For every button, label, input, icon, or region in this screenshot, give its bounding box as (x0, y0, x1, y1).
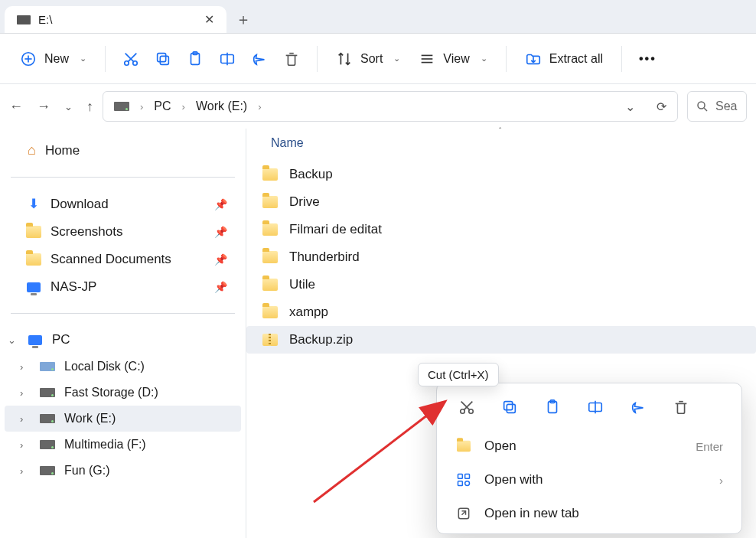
column-label: Name (271, 136, 304, 150)
chevron-right-icon[interactable]: › (20, 387, 31, 399)
ctx-share-button[interactable] (627, 396, 650, 419)
ctx-delete-button[interactable] (670, 396, 692, 419)
scissors-icon (458, 399, 475, 416)
sidebar-item-label: Download (51, 197, 109, 212)
extract-all-button[interactable]: Extract all (516, 44, 612, 73)
breadcrumb-item[interactable]: Work (E:) (196, 99, 247, 113)
new-button[interactable]: New ⌄ (11, 44, 96, 73)
file-row[interactable]: Thunderbird (246, 243, 756, 271)
sidebar-item-local-disk-c[interactable]: › Local Disk (C:) (5, 354, 241, 380)
share-icon (251, 51, 268, 67)
sidebar-item-scanned-documents[interactable]: Scanned Documents 📌 (5, 246, 241, 273)
ellipsis-icon: ••• (639, 52, 657, 66)
chevron-right-icon[interactable]: › (20, 439, 31, 451)
delete-button[interactable] (275, 44, 308, 73)
file-row[interactable]: Drive (246, 188, 756, 216)
drive-icon (40, 440, 55, 449)
back-button[interactable]: ← (9, 99, 23, 115)
separator (317, 46, 318, 72)
plus-circle-icon (20, 51, 37, 67)
sidebar-item-home[interactable]: ⌂ Home (5, 136, 241, 165)
separator (105, 46, 106, 72)
share-button[interactable] (243, 44, 275, 73)
up-button[interactable]: ↑ (86, 99, 93, 115)
folder-icon (262, 168, 279, 181)
new-tab-button[interactable]: ＋ (226, 6, 260, 33)
ctx-rename-button[interactable] (584, 396, 607, 419)
drive-icon (40, 362, 55, 371)
drive-icon (40, 388, 55, 397)
pin-icon: 📌 (214, 198, 227, 210)
chevron-down-icon[interactable]: ⌄ (8, 334, 18, 346)
file-name: Filmari de editat (289, 222, 382, 237)
home-icon: ⌂ (28, 142, 36, 158)
active-tab[interactable]: E:\ ✕ (5, 6, 226, 33)
separator (11, 313, 235, 314)
file-row[interactable]: Utile (246, 271, 756, 298)
sidebar-item-screenshots[interactable]: Screenshots 📌 (5, 218, 241, 246)
file-row[interactable]: Filmari de editat (246, 216, 756, 243)
breadcrumb-item[interactable]: PC (154, 99, 171, 113)
monitor-icon (28, 335, 43, 345)
paste-button[interactable] (179, 44, 211, 73)
sidebar-item-label: Scanned Documents (51, 252, 171, 267)
view-icon (419, 51, 435, 67)
ctx-cut-button[interactable] (455, 396, 478, 419)
sort-button[interactable]: Sort ⌄ (327, 44, 409, 73)
context-menu-toolbar (437, 391, 741, 429)
separator (506, 46, 507, 72)
download-icon: ⬇ (26, 196, 41, 212)
chevron-right-icon: › (182, 101, 185, 112)
view-button[interactable]: View ⌄ (409, 44, 496, 73)
ctx-copy-button[interactable] (498, 396, 521, 419)
column-header-name[interactable]: Name ˆ (246, 129, 756, 161)
search-input[interactable]: Sea (687, 91, 747, 122)
sidebar-item-nas-jp[interactable]: NAS-JP 📌 (5, 273, 241, 301)
ctx-item-open[interactable]: Open Enter (437, 429, 741, 463)
svg-rect-7 (160, 56, 168, 64)
file-row[interactable]: Backup (246, 161, 756, 188)
svg-rect-28 (458, 474, 463, 479)
cut-button[interactable] (115, 44, 147, 73)
refresh-button[interactable]: ⟳ (657, 99, 666, 114)
sidebar-item-download[interactable]: ⬇ Download 📌 (5, 190, 241, 218)
file-row[interactable]: Backup.zip (246, 326, 756, 354)
ctx-item-open-new-tab[interactable]: Open in new tab (437, 497, 741, 530)
file-row[interactable]: xampp (246, 298, 756, 326)
sort-label: Sort (360, 52, 383, 66)
sidebar-item-pc[interactable]: ⌄ PC (5, 326, 241, 354)
more-button[interactable]: ••• (631, 46, 664, 72)
ctx-paste-button[interactable] (541, 396, 564, 419)
rename-button[interactable] (211, 44, 243, 73)
recent-dropdown[interactable]: ⌄ (64, 101, 73, 112)
context-menu: Open Enter Open with › Open in new tab (436, 383, 742, 534)
sidebar-item-work-e[interactable]: › Work (E:) (5, 406, 241, 432)
search-icon (696, 99, 709, 113)
forward-button[interactable]: → (37, 99, 51, 115)
file-name: Backup.zip (289, 332, 353, 347)
drive-icon (114, 102, 129, 111)
chevron-right-icon[interactable]: › (20, 413, 31, 425)
breadcrumb-dropdown[interactable]: ⌄ (625, 99, 635, 114)
ctx-item-label: Open in new tab (484, 506, 579, 521)
copy-icon (501, 399, 518, 416)
sidebar-item-label: Home (45, 143, 80, 158)
chevron-down-icon: ⌄ (80, 54, 86, 64)
file-name: Thunderbird (289, 249, 360, 265)
breadcrumb[interactable]: › PC › Work (E:) › ⌄ ⟳ (103, 91, 678, 122)
file-name: Backup (289, 167, 333, 182)
sidebar-item-fast-storage-d[interactable]: › Fast Storage (D:) (5, 380, 241, 406)
copy-icon (155, 51, 171, 67)
monitor-icon (26, 282, 41, 292)
svg-rect-30 (458, 481, 463, 486)
separator (621, 46, 622, 72)
sidebar-item-multimedia-f[interactable]: › Multimedia (F:) (5, 432, 241, 458)
chevron-right-icon[interactable]: › (20, 465, 31, 477)
svg-rect-29 (465, 474, 470, 479)
close-icon[interactable]: ✕ (204, 12, 214, 27)
ctx-item-open-with[interactable]: Open with › (437, 463, 741, 497)
chevron-right-icon[interactable]: › (20, 361, 31, 373)
copy-button[interactable] (147, 44, 179, 73)
chevron-down-icon: ⌄ (393, 54, 400, 64)
sidebar-item-fun-g[interactable]: › Fun (G:) (5, 458, 241, 484)
